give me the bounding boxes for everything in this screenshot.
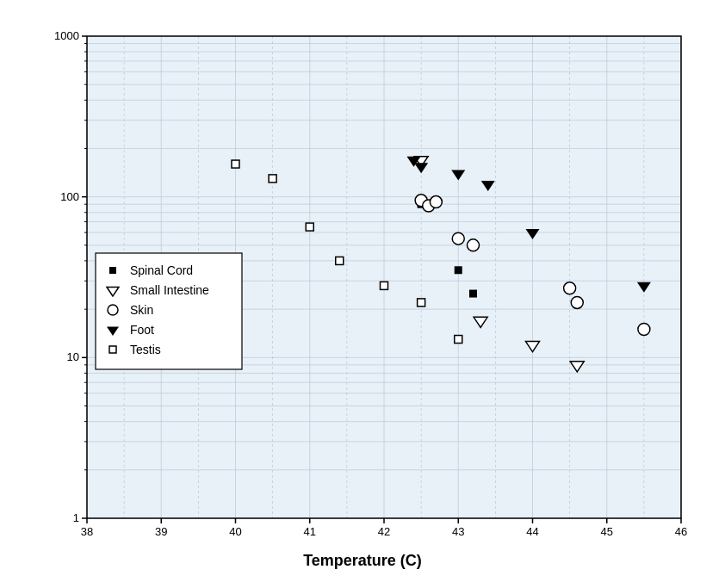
chart-canvas: [27, 19, 698, 570]
chart-container: Temperature (C): [27, 19, 698, 570]
x-axis-label: Temperature (C): [27, 552, 698, 570]
